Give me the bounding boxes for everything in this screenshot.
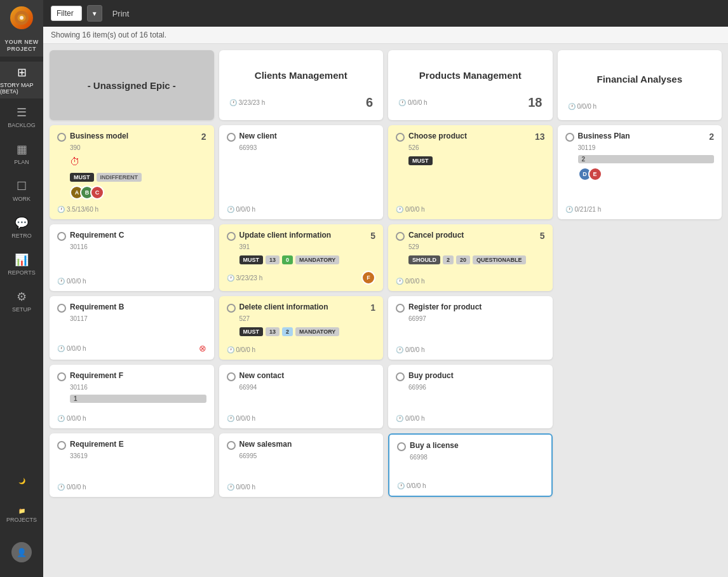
status-text: Showing 16 item(s) out of 16 total. — [51, 31, 166, 39]
card-buy-product[interactable]: Buy product 66996 🕐 0/0/0 h — [388, 365, 553, 428]
card-new-contact[interactable]: New contact 66994 🕐 0/0/0 h — [219, 365, 384, 428]
sidebar-item-work[interactable]: ☐ WORK — [0, 172, 43, 209]
card-update-client[interactable]: Update client information 5 391 MUST 13 … — [219, 224, 384, 291]
card-requirement-c[interactable]: Requirement C 30116 🕐 0/0/0 h — [50, 224, 214, 291]
sidebar-item-backlog[interactable]: ☰ BACKLOG — [0, 98, 43, 135]
card-buy-license[interactable]: Buy a license 66998 🕐 0/0/0 h — [388, 433, 553, 497]
card-count: 2 — [201, 132, 206, 142]
sidebar-item-story-map[interactable]: ⊞ STORY MAP (BETA) — [0, 62, 43, 98]
card-header: New client — [227, 132, 376, 142]
backlog-icon: ☰ — [17, 105, 27, 119]
reports-icon: 📊 — [15, 253, 29, 267]
card-choose-product[interactable]: Choose product 13 526 MUST 🕐 0/0/0 h — [388, 125, 553, 219]
tag-mandatory: MANDATORY — [295, 255, 339, 264]
tags-row: MUST — [408, 156, 545, 165]
sidebar-bottom: 🌙 📁 PROJECTS 👤 — [0, 465, 43, 577]
card-footer: 🕐 0/0/0 h — [396, 411, 545, 422]
tag-questionable: QUESTIONABLE — [473, 255, 526, 264]
clock-icon: 🕐 — [568, 103, 576, 110]
clock-icon: 🕐 — [396, 346, 403, 353]
epic-title-clients: Clients Management — [255, 60, 347, 90]
card-header: Register for product — [396, 302, 545, 313]
card-title-row: Update client information — [227, 231, 367, 241]
main-content: Filter ▼ Print Showing 16 item(s) out of… — [43, 0, 728, 577]
board-grid: - Unassigned Epic - Clients Management 🕐… — [50, 50, 722, 497]
clock-icon: 🕐 — [57, 484, 65, 491]
card-id: 30119 — [578, 144, 715, 151]
card-requirement-b[interactable]: Requirement B 30117 🕐 0/0/0 h ⊗ — [50, 296, 214, 360]
card-new-salesman[interactable]: New salesman 66995 🕐 0/0/0 h — [219, 433, 384, 497]
card-footer: 🕐 0/0/0 h — [57, 411, 206, 422]
card-footer: 🕐 0/0/0 h — [397, 479, 544, 489]
card-title-row: New client — [227, 132, 376, 142]
clock-icon: 🕐 — [227, 484, 234, 491]
epic-title-financial: Financial Analyses — [597, 60, 682, 98]
moon-icon: 🌙 — [18, 478, 25, 484]
card-new-client[interactable]: New client 66993 🕐 0/0/0 h — [219, 125, 384, 219]
tag-indifferent: INDIFFERENT — [97, 173, 142, 182]
card-requirement-f[interactable]: Requirement F 30116 1 🕐 0/0/0 h — [50, 365, 214, 428]
card-time: 🕐 0/0/0 h — [396, 415, 425, 422]
card-title-row: Requirement F — [57, 371, 206, 381]
story-circle — [396, 304, 405, 313]
app-logo — [0, 0, 43, 35]
card-title: Requirement C — [70, 231, 124, 241]
filter-button[interactable]: Filter — [51, 6, 82, 21]
card-requirement-e[interactable]: Requirement E 33619 🕐 0/0/0 h — [50, 433, 214, 497]
sidebar-item-retro[interactable]: 💬 RETRO — [0, 209, 43, 246]
user-avatar[interactable]: 👤 — [0, 534, 43, 571]
card-title: New contact — [239, 371, 285, 381]
card-header: Choose product 13 — [396, 132, 545, 142]
card-title-row: Delete client information — [227, 302, 367, 313]
avatar-image: 👤 — [11, 542, 32, 562]
card-business-model[interactable]: Business model 2 390 ⏱ MUST INDIFFERENT … — [50, 125, 214, 219]
card-title: Requirement E — [70, 440, 124, 450]
tag-must: MUST — [408, 156, 433, 165]
tag-should: SHOULD — [408, 255, 440, 264]
card-footer: 🕐 0/21/21 h — [565, 202, 715, 213]
card-header: Delete client information 1 — [227, 302, 376, 313]
sidebar-item-setup[interactable]: ⚙ SETUP — [0, 283, 43, 320]
card-footer: 🕐 0/0/0 h — [396, 202, 545, 213]
card-time: 🕐 0/0/0 h — [227, 206, 256, 213]
card-footer: 🕐 0/0/0 h — [227, 480, 376, 491]
card-footer: 🕐 0/0/0 h — [227, 411, 376, 422]
epic-footer-clients: 🕐 3/23/23 h 6 — [229, 95, 374, 110]
card-cancel-product[interactable]: Cancel product 5 529 SHOULD 2 20 QUESTIO… — [388, 224, 553, 291]
card-title: New salesman — [239, 440, 292, 450]
plan-icon: ▦ — [17, 142, 27, 156]
card-title: Buy product — [408, 371, 454, 381]
story-circle — [57, 441, 66, 450]
card-id: 66997 — [408, 315, 545, 322]
story-circle — [565, 133, 574, 142]
card-time: 🕐 0/0/0 h — [227, 346, 256, 353]
story-circle — [57, 232, 66, 241]
tag-number: 13 — [266, 255, 280, 264]
card-business-plan[interactable]: Business Plan 2 30119 2 D E 🕐 0/21/21 h — [558, 125, 722, 219]
card-header: Cancel product 5 — [396, 231, 545, 241]
print-button[interactable]: Print — [107, 6, 135, 21]
card-header: Business model 2 — [57, 132, 206, 142]
clock-icon: 🕐 — [229, 99, 237, 106]
projects-label: PROJECTS — [6, 517, 37, 523]
sidebar-item-projects[interactable]: 📁 PROJECTS — [0, 499, 43, 531]
tag-number2: 20 — [456, 255, 470, 264]
card-footer: 🕐 0/0/0 h — [396, 343, 545, 353]
card-register-product[interactable]: Register for product 66997 🕐 0/0/0 h — [388, 296, 553, 360]
epic-time-products: 🕐 0/0/0 h — [398, 99, 428, 106]
sidebar-item-moon[interactable]: 🌙 — [0, 465, 43, 497]
sidebar-item-plan[interactable]: ▦ PLAN — [0, 135, 43, 172]
card-count: 13 — [535, 132, 545, 142]
filter-dropdown[interactable]: ▼ — [87, 5, 102, 22]
card-footer: 🕐 0/0/0 h — [227, 202, 376, 213]
subtask-badge: 2 — [578, 155, 715, 163]
sidebar-item-reports[interactable]: 📊 REPORTS — [0, 246, 43, 283]
board: - Unassigned Epic - Clients Management 🕐… — [43, 44, 728, 577]
card-id: 391 — [239, 243, 376, 250]
subtask-badge: 1 — [70, 395, 206, 403]
clock-icon: 🕐 — [397, 482, 405, 489]
card-title: Delete client information — [239, 302, 328, 313]
card-delete-client[interactable]: Delete client information 1 527 MUST 13 … — [219, 296, 384, 360]
tags-row: MUST INDIFFERENT — [70, 173, 206, 182]
card-count: 5 — [540, 231, 545, 241]
